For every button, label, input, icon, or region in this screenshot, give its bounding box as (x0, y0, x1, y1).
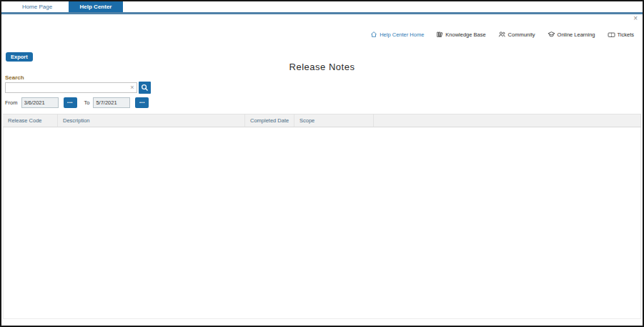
from-label: From (5, 99, 18, 106)
from-date-picker-button[interactable]: ••• (64, 97, 77, 108)
tab-bar: Home Page Help Center (1, 1, 643, 14)
tab-home-page[interactable]: Home Page (6, 1, 69, 12)
column-header-description[interactable]: Description (58, 114, 245, 127)
nav-online-learning[interactable]: Online Learning (548, 31, 595, 38)
column-header-scope[interactable]: Scope (294, 114, 374, 127)
search-label: Search (5, 74, 24, 81)
ticket-icon (608, 31, 615, 38)
search-icon (141, 84, 149, 92)
column-header-filler (374, 114, 641, 127)
search-box: × (5, 82, 137, 93)
column-header-release-code[interactable]: Release Code (3, 114, 58, 127)
search-button[interactable] (139, 82, 151, 94)
date-filter-row: From ••• To ••• (5, 97, 149, 108)
search-clear-icon[interactable]: × (128, 83, 137, 92)
to-label: To (84, 99, 90, 106)
nav-label: Community (508, 31, 535, 38)
top-nav: Help Center Home Knowledge Base Communit… (370, 31, 634, 38)
nav-community[interactable]: Community (498, 31, 535, 38)
from-date-input[interactable] (21, 97, 59, 108)
nav-knowledge-base[interactable]: Knowledge Base (436, 31, 485, 38)
close-icon[interactable]: × (633, 15, 638, 22)
knowledge-base-icon (436, 31, 443, 38)
nav-label: Tickets (618, 31, 634, 38)
table-body (3, 127, 641, 319)
nav-label: Knowledge Base (445, 31, 485, 38)
to-date-input[interactable] (93, 97, 130, 108)
community-icon (498, 31, 506, 38)
table-header: Release Code Description Completed Date … (3, 114, 641, 127)
column-header-completed-date[interactable]: Completed Date (245, 114, 294, 127)
to-date-picker-button[interactable]: ••• (135, 97, 149, 108)
nav-label: Help Center Home (380, 31, 424, 38)
page-title: Release Notes (1, 62, 643, 72)
search-input[interactable] (6, 83, 128, 92)
export-button[interactable]: Export (6, 52, 33, 62)
tab-help-center[interactable]: Help Center (69, 1, 123, 12)
nav-tickets[interactable]: Tickets (608, 31, 634, 38)
nav-help-center-home[interactable]: Help Center Home (370, 31, 424, 38)
nav-label: Online Learning (558, 31, 595, 38)
online-learning-icon (548, 31, 555, 38)
help-center-window: Home Page Help Center × Help Center Home… (0, 0, 644, 327)
home-icon (370, 31, 377, 38)
